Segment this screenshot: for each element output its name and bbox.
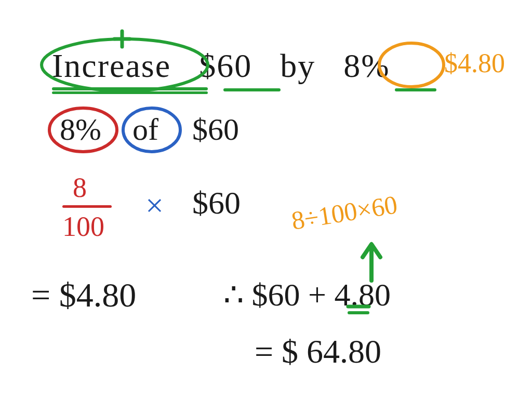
underline-60 [223,88,281,91]
final-result: = $ 64.80 [255,332,381,371]
word-increase: Increase [52,47,171,84]
percent-8: 8% [343,47,390,84]
amount-60: $60 [199,47,252,84]
therefore-text: ∴ $60 + 4.80 [223,277,391,312]
word-by: by [280,47,315,84]
underline-increase-2 [52,91,208,94]
fraction-denominator: 100 [62,210,104,243]
result-480: = $4.80 [31,275,136,315]
increase-value-annot: $4.80 [444,48,505,78]
fraction-bar [62,205,112,208]
alt-calc: 8÷100×60 [289,189,400,235]
step-of: of [132,112,158,148]
fraction-amount: $60 [192,184,241,221]
fraction-numerator: 8 [73,171,87,204]
underline-8pc [395,88,436,91]
step-60: $60 [192,112,239,148]
step-8pc: 8% [60,112,101,148]
therefore-line: ∴ $60 + 4.80 [223,275,391,313]
underline-increase [52,87,208,90]
times-symbol: × [145,187,164,224]
whiteboard: Increase $60 by 8% $4.80 8% of $60 8 100… [0,0,532,399]
problem-statement: Increase $60 by 8% [52,47,390,85]
